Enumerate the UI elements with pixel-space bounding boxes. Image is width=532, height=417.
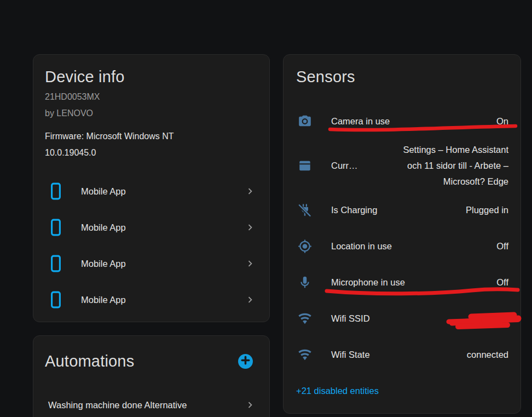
config-entry-mobile-app[interactable]: Mobile App (33, 245, 269, 282)
microphone-icon (298, 275, 312, 289)
device-info-card: Device info 21HD0053MX by LENOVO Firmwar… (33, 54, 270, 322)
camera-icon (298, 114, 312, 128)
chevron-right-icon (244, 399, 256, 411)
sensors-card: Sensors Camera in use On Curr… (283, 54, 521, 414)
disabled-entities-link[interactable]: +21 disabled entities (296, 386, 379, 396)
sensor-value: Plugged in (377, 205, 508, 215)
sensor-value: Settings – Home Assistant och 11 sidor t… (358, 142, 508, 190)
cellphone-icon (49, 218, 63, 237)
sensor-label: Location in use (331, 241, 392, 252)
power-plug-off-icon (298, 203, 312, 217)
device-info-title: Device info (33, 65, 269, 89)
automation-label: Washing machine done Alternative (48, 400, 244, 410)
device-manufacturer: by LENOVO (33, 105, 269, 122)
sensor-value: Off (392, 241, 508, 252)
left-column: Device info 21HD0053MX by LENOVO Firmwar… (33, 54, 270, 417)
crosshairs-gps-icon (298, 239, 312, 253)
sensor-row-camera-in-use[interactable]: Camera in use On (284, 103, 521, 139)
cellphone-icon (49, 182, 63, 201)
device-page: Device info 21HD0053MX by LENOVO Firmwar… (0, 0, 532, 417)
sensor-label: Is Charging (331, 205, 377, 215)
sensor-row-current-app[interactable]: Curr… Settings – Home Assistant och 11 s… (284, 139, 521, 192)
automations-header: Automations (33, 349, 269, 373)
cellphone-icon (49, 290, 63, 309)
card-columns: Device info 21HD0053MX by LENOVO Firmwar… (33, 54, 521, 417)
sensors-list: Camera in use On Curr… Settings – Home A… (284, 103, 521, 373)
sensors-title: Sensors (284, 65, 521, 89)
sensor-label: Wifi State (331, 350, 370, 360)
automations-title: Automations (45, 349, 134, 373)
config-entry-mobile-app[interactable]: Mobile App (33, 282, 269, 318)
sensor-row-microphone-in-use[interactable]: Microphone in use Off (284, 264, 521, 300)
sensor-label: Curr… (331, 161, 358, 171)
config-entry-mobile-app[interactable]: Mobile App (33, 209, 269, 245)
config-entry-label: Mobile App (81, 295, 244, 305)
config-entry-label: Mobile App (81, 186, 244, 197)
right-column: Sensors Camera in use On Curr… (283, 54, 521, 414)
chevron-right-icon (244, 258, 256, 270)
sensor-row-wifi-state[interactable]: Wifi State connected (284, 336, 521, 373)
config-entry-label: Mobile App (81, 259, 244, 269)
config-entries-list: Mobile App Mobile App (33, 173, 269, 318)
sensor-value: On (390, 116, 508, 127)
automations-card: Automations Washing machine done Alterna… (33, 335, 270, 417)
wifi-icon (298, 311, 312, 325)
chevron-right-icon (244, 221, 256, 233)
sensor-label: Microphone in use (331, 277, 405, 288)
sensor-value-line: Settings – Home Assistant (358, 142, 508, 158)
sensor-label: Camera in use (331, 116, 390, 127)
chevron-right-icon (244, 185, 256, 197)
plus-icon (238, 353, 253, 370)
sensor-value-line: Microsoft? Edge (358, 174, 508, 190)
sensor-value: connected (370, 350, 508, 360)
device-firmware: Firmware: Microsoft Windows NT 10.0.1904… (33, 128, 211, 161)
sensor-row-location-in-use[interactable]: Location in use Off (284, 228, 521, 264)
automation-item[interactable]: Washing machine done Alternative (33, 387, 269, 417)
device-model: 21HD0053MX (33, 89, 269, 105)
sensor-value: Off (405, 277, 508, 288)
config-entry-label: Mobile App (81, 222, 244, 233)
sensor-row-is-charging[interactable]: Is Charging Plugged in (284, 192, 521, 228)
application-icon (298, 158, 312, 173)
config-entry-mobile-app[interactable]: Mobile App (33, 173, 269, 209)
chevron-right-icon (244, 294, 256, 306)
wifi-icon (298, 347, 312, 362)
sensor-value-line: och 11 sidor till - Arbete – (358, 158, 508, 174)
sensor-label: Wifi SSID (331, 313, 370, 324)
cellphone-icon (49, 254, 63, 273)
sensor-row-wifi-ssid[interactable]: Wifi SSID (284, 300, 521, 336)
add-automation-button[interactable] (238, 354, 253, 369)
